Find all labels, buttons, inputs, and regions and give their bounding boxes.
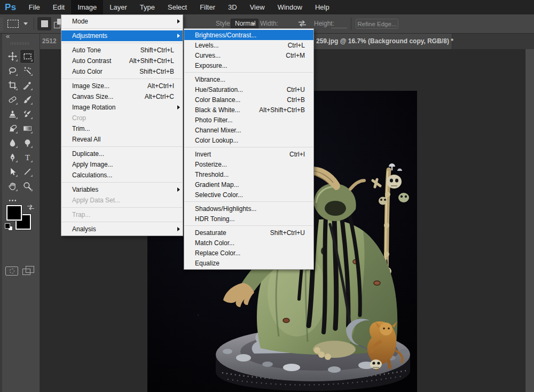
menu-item-hdr-toning[interactable]: HDR Toning... [184, 214, 313, 224]
tool-preset-picker[interactable] [7, 19, 32, 29]
menu-item-replace-color[interactable]: Replace Color... [184, 248, 313, 258]
menu-window[interactable]: Window [271, 0, 309, 14]
pen-tool[interactable] [5, 150, 20, 164]
menu-item-channel-mixer[interactable]: Channel Mixer... [184, 125, 313, 135]
close-tab-icon[interactable]: × [435, 33, 444, 49]
crop-tool[interactable] [5, 78, 20, 92]
gradient-tool[interactable] [20, 121, 35, 136]
menu-item-photo-filter[interactable]: Photo Filter... [184, 115, 313, 125]
menu-type[interactable]: Type [134, 0, 161, 14]
menu-edit[interactable]: Edit [46, 0, 71, 14]
menu-item-hue-saturation[interactable]: Hue/Saturation... Ctrl+U [184, 84, 313, 95]
menu-item-duplicate[interactable]: Duplicate... [61, 148, 183, 159]
menu-item-levels[interactable]: Levels... Ctrl+L [184, 40, 313, 50]
magic-wand-tool[interactable] [20, 64, 35, 78]
menu-item-mode[interactable]: Mode [61, 16, 183, 27]
move-tool[interactable] [5, 49, 20, 64]
eraser-tool[interactable] [5, 121, 20, 136]
menu-item-curves[interactable]: Curves... Ctrl+M [184, 50, 313, 60]
clone-stamp-tool[interactable] [5, 107, 20, 121]
menu-item-analysis[interactable]: Analysis [61, 224, 183, 234]
foreground-color-swatch[interactable] [6, 205, 22, 221]
menu-view[interactable]: View [244, 0, 271, 14]
menu-item-selective-color[interactable]: Selective Color... [184, 190, 313, 200]
menu-item-canvas-size[interactable]: Canvas Size... Alt+Ctrl+C [61, 91, 183, 102]
menu-item-auto-tone[interactable]: Auto Tone Shift+Ctrl+L [61, 45, 183, 56]
path-selection-tool[interactable] [5, 164, 20, 179]
type-tool[interactable]: T [20, 150, 35, 164]
hand-tool[interactable] [5, 179, 20, 193]
height-input[interactable] [331, 28, 347, 28]
menu-file[interactable]: File [22, 0, 46, 14]
default-colors-icon[interactable] [5, 223, 13, 230]
menu-item-desaturate[interactable]: Desaturate Shift+Ctrl+U [184, 228, 313, 238]
base-skull [370, 359, 382, 369]
healing-brush-tool[interactable] [5, 92, 20, 107]
style-dropdown[interactable]: Normal [231, 19, 258, 29]
line-tool[interactable] [20, 164, 35, 179]
menu-image[interactable]: Image [71, 0, 103, 14]
move-icon [8, 52, 17, 61]
menu-item-crop[interactable]: Crop [61, 113, 183, 123]
quick-mask-button[interactable] [5, 266, 18, 276]
menu-item-posterize[interactable]: Posterize... [184, 159, 313, 169]
menu-filter[interactable]: Filter [193, 0, 222, 14]
menu-item-calculations[interactable]: Calculations... [61, 170, 183, 181]
history-brush-tool[interactable] [20, 107, 35, 121]
document-title-prefix: 2512 [42, 33, 57, 49]
photoshop-logo: Ps [0, 2, 22, 13]
menu-item-variables[interactable]: Variables [61, 184, 183, 195]
menu-item-trap[interactable]: Trap... [61, 209, 183, 220]
menu-item-auto-contrast[interactable]: Auto Contrast Alt+Shift+Ctrl+L [61, 56, 183, 66]
divider [351, 18, 351, 30]
menu-item-trim[interactable]: Trim... [61, 123, 183, 134]
menu-item-apply-data-set[interactable]: Apply Data Set... [61, 195, 183, 206]
refine-edge-button[interactable]: Refine Edge... [356, 19, 398, 29]
brush-tool[interactable] [20, 92, 35, 107]
menu-separator [185, 201, 313, 202]
menu-3d[interactable]: 3D [222, 0, 244, 14]
swap-colors-icon[interactable] [27, 203, 35, 210]
menu-item-image-rotation[interactable]: Image Rotation [61, 102, 183, 113]
menu-item-invert[interactable]: Invert Ctrl+I [184, 149, 313, 159]
menu-bar: Ps FileEditImageLayerTypeSelectFilter3DV… [0, 0, 534, 14]
menu-item-adjustments[interactable]: Adjustments [61, 30, 183, 41]
menu-item-color-lookup[interactable]: Color Lookup... [184, 135, 313, 145]
rectangular-marquee-tool[interactable] [20, 49, 35, 64]
menu-item-black-white[interactable]: Black & White... Alt+Shift+Ctrl+B [184, 105, 313, 115]
chevron-down-icon [251, 23, 255, 26]
menu-item-shadows-highlights[interactable]: Shadows/Highlights... [184, 203, 313, 214]
menu-item-auto-color[interactable]: Auto Color Shift+Ctrl+B [61, 66, 183, 77]
menu-separator [185, 147, 313, 147]
menu-item-threshold[interactable]: Threshold... [184, 169, 313, 179]
menu-layer[interactable]: Layer [103, 0, 134, 14]
menu-item-exposure[interactable]: Exposure... [184, 60, 313, 70]
menu-item-color-balance[interactable]: Color Balance... Ctrl+B [184, 95, 313, 105]
tools-panel: « T [0, 33, 40, 392]
menu-item-reveal-all[interactable]: Reveal All [61, 134, 183, 145]
menu-item-vibrance[interactable]: Vibrance... [184, 74, 313, 84]
screen-mode-button[interactable] [22, 266, 36, 276]
menu-item-apply-image[interactable]: Apply Image... [61, 159, 183, 170]
new-selection-button[interactable] [37, 17, 51, 30]
menu-item-gradient-map[interactable]: Gradient Map... [184, 179, 313, 190]
blur-tool[interactable] [5, 136, 20, 150]
svg-text:T: T [25, 153, 29, 162]
line-icon [23, 167, 32, 176]
eyedropper-tool[interactable] [20, 78, 35, 92]
menu-help[interactable]: Help [309, 0, 336, 14]
lasso-tool[interactable] [5, 64, 20, 78]
right-dock-strip[interactable] [525, 49, 534, 392]
dodge-tool[interactable] [20, 136, 35, 150]
tools-panel-grip[interactable] [11, 42, 29, 45]
menu-item-equalize[interactable]: Equalize [184, 258, 313, 268]
menu-item-match-color[interactable]: Match Color... [184, 238, 313, 248]
menu-item-image-size[interactable]: Image Size... Alt+Ctrl+I [61, 81, 183, 91]
menu-select[interactable]: Select [161, 0, 193, 14]
zoom-tool[interactable] [20, 179, 35, 193]
menu-item-brightness-contrast[interactable]: Brightness/Contrast... [184, 30, 313, 40]
swap-dimensions-icon[interactable] [298, 20, 307, 27]
document-title: 259.jpg @ 16.7% (Background copy, RGB/8)… [316, 33, 453, 49]
options-bar-grip[interactable] [0, 17, 3, 31]
chevron-down-icon [23, 22, 28, 25]
